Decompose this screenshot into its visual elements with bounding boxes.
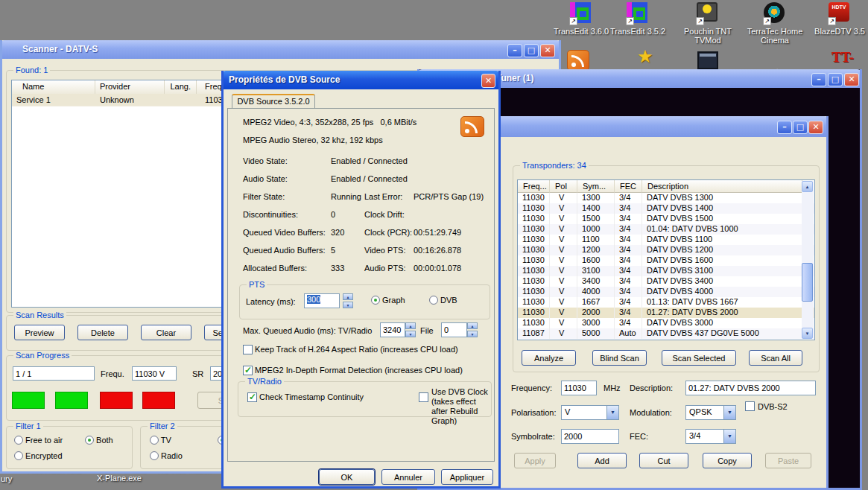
maximize-button[interactable]: □ [828, 73, 843, 86]
transponder-row[interactable]: 11030 V 1667 3/4 01.13: DATV DVBS 1667 [518, 297, 814, 308]
paste-button[interactable]: Paste [765, 453, 811, 468]
transponder-row[interactable]: 11030 V 1200 3/4 DATV DVBS 1200 [518, 245, 814, 255]
scroll-down-icon[interactable]: ▼ [802, 328, 813, 339]
transponder-row[interactable]: 11030 V 3100 3/4 DATV DVBS 3100 [518, 266, 814, 276]
transponder-row[interactable]: 11030 V 1300 3/4 DATV DVBS 1300 [518, 193, 814, 203]
apply-button[interactable]: Apply [514, 453, 556, 468]
dvbclock-checkbox[interactable] [419, 392, 428, 402]
progress-input[interactable] [13, 366, 95, 381]
max-queued-tv-input[interactable] [380, 322, 405, 337]
scan-results-button[interactable]: Clear [141, 325, 191, 340]
desktop-icon-blazedtv[interactable]: HDTV ↗ BlazeDTV 3.5 [806, 2, 868, 36]
transponder-row[interactable]: 11030 V 1500 3/4 DATV DVBS 1500 [518, 214, 814, 224]
chevron-down-icon: ▼ [606, 406, 618, 419]
max-queued-tv-spinner[interactable]: ▲▼ [405, 322, 416, 337]
mpeg2-checkbox-row[interactable]: MPEG2 In-Depth Format Detection (increas… [243, 366, 463, 375]
radio-dvb[interactable]: DVB [429, 296, 457, 305]
scanner-titlebar[interactable]: Scanner - DATV-S – □ ✕ [0, 40, 561, 59]
minimize-button[interactable]: – [811, 73, 826, 86]
copy-button[interactable]: Copy [703, 453, 752, 468]
symbolrate-input[interactable] [561, 429, 619, 444]
tab-dvb-source[interactable]: DVB Source 3.5.2.0 [232, 94, 315, 109]
fec-select[interactable]: 3/4▼ [685, 429, 736, 444]
stats-row: Discontinuities: 0 Clock Drift: [243, 206, 490, 223]
cell-description: DATV DVBS 437 DG0VE 5000 [642, 328, 802, 339]
cut-button[interactable]: Cut [639, 453, 688, 468]
ok-button[interactable]: OK [319, 469, 375, 485]
feed-icon[interactable] [567, 50, 589, 71]
desktop-icon-terratec[interactable]: ↗ TerraTec Home Cinema [741, 2, 808, 45]
close-button[interactable]: ✕ [808, 121, 823, 134]
scan-button[interactable]: Scan Selected [662, 350, 736, 366]
stat-label2: Video PTS: [364, 246, 414, 255]
dvbs2-checkbox[interactable] [745, 401, 755, 411]
radio-radio[interactable]: Radio [150, 451, 183, 460]
column-header[interactable]: Name [12, 80, 95, 94]
close-button[interactable]: ✕ [540, 44, 555, 57]
transponder-row[interactable]: 11030 V 1100 3/4 DATV DVBS 1100 [518, 235, 814, 245]
cell-symbolrate: 1000 [577, 224, 615, 235]
transponder-row[interactable]: 11030 V 2000 3/4 01.27: DATV DVBS 2000 [518, 308, 814, 318]
radio-tv[interactable]: TV [150, 436, 171, 445]
column-header[interactable]: FEC [615, 180, 642, 193]
radio-free-to-air[interactable]: Free to air [14, 436, 63, 445]
scan-button[interactable]: Scan All [749, 350, 802, 366]
scroll-up-icon[interactable]: ▲ [802, 181, 813, 192]
stat-value2: 00:16:26.878 [414, 246, 490, 255]
transponder-row[interactable]: 11087 V 5000 Auto DATV DVBS 437 DG0VE 50… [518, 328, 814, 339]
tt-logo-icon[interactable]: TT- [831, 48, 854, 67]
transponder-row[interactable]: 11030 V 1000 3/4 01.04: DATV DVBS 1000 [518, 224, 814, 235]
radio-graph[interactable]: Graph [371, 296, 405, 305]
add-button[interactable]: Add [577, 453, 627, 468]
modulation-select[interactable]: QPSK▼ [685, 405, 736, 420]
transponder-row[interactable]: 11030 V 3400 3/4 DATV DVBS 3400 [518, 276, 814, 287]
dialog-titlebar[interactable]: Propriétés de DVB Source ✕ [221, 71, 501, 89]
terminal-icon[interactable] [697, 51, 718, 69]
cell-description: DATV DVBS 3100 [642, 266, 802, 276]
column-header[interactable]: Lang. [165, 80, 197, 94]
scrollbar-thumb[interactable] [802, 263, 813, 302]
radio-encrypted[interactable]: Encrypted [14, 451, 63, 460]
latency-spinner[interactable]: ▲▼ [343, 293, 353, 308]
cell-symbolrate: 1400 [577, 203, 615, 214]
minimize-button[interactable]: – [777, 121, 792, 134]
cancel-button[interactable]: Annuler [381, 469, 435, 485]
transponder-row[interactable]: 11030 V 4000 3/4 DATV DVBS 4000 [518, 287, 814, 297]
frequency-input[interactable] [561, 381, 597, 395]
latency-input[interactable]: 300 [304, 293, 340, 308]
timestamp-checkbox-row[interactable]: Check Timestamp Continuity [247, 392, 364, 402]
close-button[interactable]: ✕ [481, 74, 495, 88]
transponder-row[interactable]: 11030 V 1400 3/4 DATV DVBS 1400 [518, 203, 814, 214]
column-header[interactable]: Freq... [518, 180, 550, 193]
desktop-icon-transedit-352[interactable]: ↗ TransEdit 3.5.2 [604, 2, 671, 36]
shortcut-arrow-icon: ↗ [626, 17, 634, 25]
frequency-input[interactable] [132, 366, 177, 381]
description-input[interactable] [685, 381, 816, 395]
cell-description: 01.04: DATV DVBS 1000 [642, 224, 802, 235]
scan-button[interactable]: Blind Scan [592, 350, 647, 366]
tab-page: MPEG2 Video, 4:3, 352x288, 25 fps 0,6 MB… [227, 108, 495, 462]
max-queued-file-spinner[interactable]: ▲▼ [467, 322, 478, 337]
column-header[interactable]: Provider [95, 80, 165, 94]
column-header[interactable]: Description [642, 180, 802, 193]
scan-button[interactable]: Analyze [522, 350, 576, 366]
apply-button[interactable]: Appliquer [441, 469, 493, 485]
wand-star-icon[interactable]: ★ [637, 46, 653, 67]
column-header[interactable]: Pol [550, 180, 577, 193]
scrollbar[interactable]: ▲ ▼ [802, 181, 814, 339]
transponder-row[interactable]: 11030 V 1600 3/4 DATV DVBS 1600 [518, 255, 814, 266]
polarisation-select[interactable]: V▼ [561, 405, 619, 420]
maximize-button[interactable]: □ [524, 44, 539, 57]
h264-checkbox-row[interactable]: Keep Track of H.264 Aspect Ratio (increa… [243, 345, 458, 354]
dvb-properties-dialog: Propriétés de DVB Source ✕ DVB Source 3.… [221, 71, 501, 489]
scan-results-button[interactable]: Delete [77, 325, 128, 340]
tuner-settings-titlebar[interactable]: – □ ✕ [483, 116, 829, 137]
scan-results-button[interactable]: Preview [14, 325, 65, 340]
minimize-button[interactable]: – [507, 44, 522, 57]
close-button[interactable]: ✕ [844, 73, 859, 86]
column-header[interactable]: Sym... [577, 180, 615, 193]
transponder-row[interactable]: 11030 V 3000 3/4 DATV DVBS 3000 [518, 318, 814, 328]
maximize-button[interactable]: □ [793, 121, 808, 134]
desktop-icon-pouchin-tnt[interactable]: ↗ Pouchin TNT TVMod [674, 2, 741, 45]
radio-both[interactable]: Both [85, 436, 113, 445]
